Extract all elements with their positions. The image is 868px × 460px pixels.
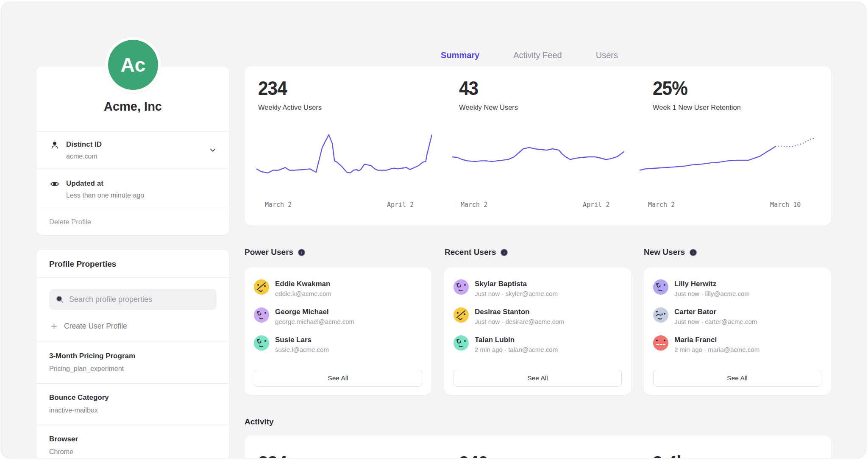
- updated-at-value: Less than one minute ago: [66, 191, 144, 199]
- line-chart: [640, 128, 814, 195]
- line-chart: [452, 128, 624, 195]
- info-icon[interactable]: i: [298, 248, 306, 256]
- user-name: Desirae Stanton: [475, 307, 564, 316]
- property-row-pricing-program[interactable]: 3-Month Pricing Program Pricing_plan_exp…: [36, 342, 229, 383]
- user-detail: susie.l@acme.com: [275, 346, 329, 354]
- user-name: George Michael: [275, 307, 354, 316]
- user-avatar: circle{fill:#2e2e4a}.s{fill:none;stroke:…: [453, 279, 469, 295]
- user-avatar: circle{fill:#2e2e4a}.s{fill:none;stroke:…: [653, 307, 668, 323]
- property-name: Bounce Category: [49, 393, 217, 402]
- user-name: Talan Lubin: [475, 335, 558, 344]
- property-name: 3-Month Pricing Program: [49, 351, 217, 361]
- user-detail: 2 min ago · talan@acme.com: [475, 346, 558, 354]
- property-name: Browser: [49, 435, 217, 444]
- delete-profile-button[interactable]: Delete Profile: [36, 210, 229, 234]
- stat-weekly-new-users: 43 Weekly New Users: [459, 79, 518, 112]
- user-name: Susie Lars: [275, 335, 329, 344]
- see-all-button[interactable]: See All: [254, 370, 422, 387]
- create-user-profile-button[interactable]: Create User Profile: [50, 322, 216, 331]
- property-value: Chrome: [49, 448, 217, 456]
- user-row[interactable]: circle{fill:#2e2e4a}.s{fill:none;stroke:…: [444, 279, 631, 307]
- tab-bar: Summary Activity Feed Users: [236, 50, 823, 68]
- updated-at-row: Updated at Less than one minute ago: [36, 169, 229, 210]
- user-avatar: circle{fill:#2e2e4a}.s{fill:none;stroke:…: [254, 279, 269, 295]
- x-axis-tick: March 10: [770, 201, 801, 209]
- user-row[interactable]: circle{fill:#2e2e4a}.s{fill:none;stroke:…: [444, 307, 631, 335]
- user-name: Eddie Kwakman: [275, 279, 331, 288]
- user-detail: george.michael@acme.com: [275, 318, 354, 326]
- chart-week1-retention: March 2 March 10: [640, 128, 814, 213]
- eye-icon: [50, 179, 60, 189]
- x-axis-tick: April 2: [387, 201, 414, 209]
- line-chart: [256, 128, 432, 195]
- search-icon: [55, 295, 64, 304]
- user-name: Lilly Herwitz: [674, 279, 750, 288]
- user-avatar: circle{fill:#2e2e4a}.s{fill:none;stroke:…: [254, 335, 269, 351]
- x-axis-tick: March 2: [461, 201, 487, 209]
- stat-value: 25%: [653, 79, 734, 98]
- user-avatar: circle{fill:#2e2e4a}.s{fill:none;stroke:…: [653, 335, 668, 351]
- property-row-bounce-category[interactable]: Bounce Category inactive-mailbox: [36, 383, 229, 425]
- property-value: inactive-mailbox: [49, 406, 217, 415]
- user-avatar: circle{fill:#2e2e4a}.s{fill:none;stroke:…: [254, 307, 269, 323]
- stat-label: Weekly New Users: [459, 103, 518, 112]
- profile-properties-search[interactable]: [49, 289, 217, 310]
- info-icon[interactable]: i: [500, 248, 508, 256]
- stat-value: 234: [258, 454, 287, 458]
- tab-summary[interactable]: Summary: [441, 50, 479, 68]
- user-row[interactable]: circle{fill:#2e2e4a}.s{fill:none;stroke:…: [644, 279, 831, 307]
- user-avatar: circle{fill:#2e2e4a}.s{fill:none;stroke:…: [653, 279, 668, 295]
- stat-week1-retention: 25% Week 1 New User Retention: [653, 79, 741, 112]
- activity-stat: 940: [459, 454, 490, 458]
- chevron-down-icon[interactable]: [208, 145, 217, 155]
- profile-properties-title: Profile Properties: [36, 250, 229, 278]
- user-row[interactable]: circle{fill:#2e2e4a}.s{fill:none;stroke:…: [644, 335, 831, 363]
- property-row-browser[interactable]: Browser Chrome: [36, 425, 229, 458]
- svg-text:i: i: [301, 250, 302, 255]
- user-row[interactable]: circle{fill:#2e2e4a}.s{fill:none;stroke:…: [245, 279, 431, 307]
- user-row[interactable]: circle{fill:#2e2e4a}.s{fill:none;stroke:…: [245, 307, 431, 335]
- distinct-id-value: acme.com: [66, 152, 102, 160]
- section-title: Recent Users: [445, 248, 496, 257]
- x-axis-tick: March 2: [648, 201, 675, 209]
- activity-stat: 3.4k: [653, 454, 689, 458]
- see-all-button[interactable]: See All: [453, 370, 622, 387]
- tab-activity-feed[interactable]: Activity Feed: [513, 50, 562, 68]
- activity-card: 234 940 3.4k: [245, 435, 831, 458]
- user-row[interactable]: circle{fill:#2e2e4a}.s{fill:none;stroke:…: [245, 335, 431, 363]
- activity-stat: 234: [258, 454, 289, 458]
- x-axis-tick: March 2: [265, 201, 292, 209]
- tab-users[interactable]: Users: [596, 50, 618, 68]
- company-name: Acme, Inc: [36, 100, 229, 114]
- info-icon[interactable]: i: [689, 248, 697, 256]
- stat-value: 940: [459, 454, 488, 458]
- svg-text:i: i: [504, 250, 505, 255]
- person-icon: [50, 140, 60, 150]
- user-detail: Just now · lilly@acme.com: [674, 290, 750, 298]
- distinct-id-row[interactable]: Distinct ID acme.com: [36, 132, 229, 169]
- updated-at-label: Updated at: [66, 179, 144, 188]
- user-name: Carter Bator: [674, 307, 757, 316]
- x-axis-tick: April 2: [583, 201, 609, 209]
- user-detail: Just now · carter@acme.com: [674, 318, 757, 326]
- user-row[interactable]: circle{fill:#2e2e4a}.s{fill:none;stroke:…: [444, 335, 631, 363]
- search-input[interactable]: [69, 295, 211, 304]
- stat-value: 43: [459, 79, 513, 98]
- user-row[interactable]: circle{fill:#2e2e4a}.s{fill:none;stroke:…: [644, 307, 831, 335]
- user-name: Maria Franci: [674, 335, 760, 344]
- user-name: Skylar Baptista: [475, 279, 558, 288]
- chart-weekly-active-users: March 2 April 2: [256, 128, 432, 213]
- power-users-header: Power Users i: [245, 248, 306, 257]
- stat-label: Week 1 New User Retention: [653, 103, 741, 112]
- profile-properties-card: Profile Properties Create User Profile 3…: [36, 250, 229, 458]
- company-avatar: Ac: [105, 37, 161, 93]
- app-frame: Ac Acme, Inc Distinct ID acme.com: [1, 2, 866, 458]
- user-detail: 2 min ago · maria@acme.com: [674, 346, 760, 354]
- section-title: New Users: [644, 248, 685, 257]
- user-avatar: circle{fill:#2e2e4a}.s{fill:none;stroke:…: [453, 307, 469, 323]
- property-value: Pricing_plan_experiment: [49, 365, 217, 373]
- user-detail: Just now · skyler@acme.com: [475, 290, 558, 298]
- user-detail: Just now · desirare@acme.com: [475, 318, 564, 326]
- see-all-button[interactable]: See All: [653, 370, 821, 387]
- distinct-id-label: Distinct ID: [66, 140, 102, 149]
